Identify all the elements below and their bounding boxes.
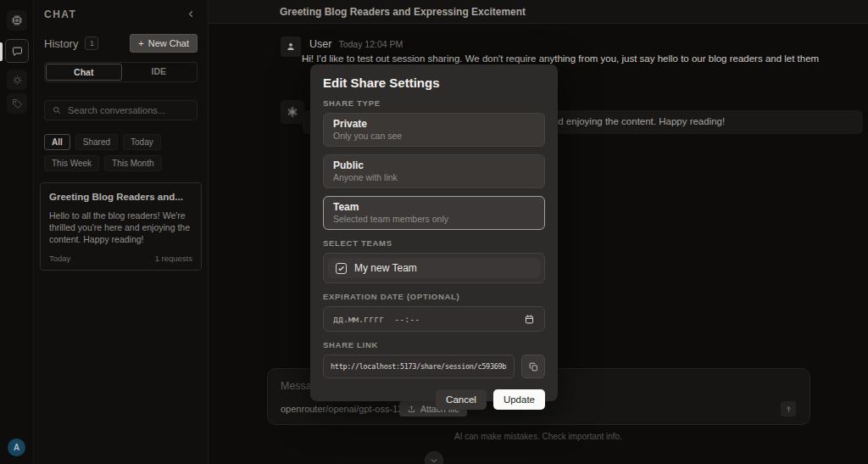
share-link-row (323, 355, 545, 378)
history-count-badge: 1 (85, 36, 98, 50)
nav-settings-button[interactable] (7, 70, 27, 90)
filter-shared[interactable]: Shared (75, 134, 118, 150)
dialog-title: Edit Share Settings (323, 75, 545, 90)
share-type-option-team[interactable]: Team Selected team members only (323, 196, 545, 230)
sender-name: User (309, 38, 331, 50)
new-chat-button[interactable]: + New Chat (130, 34, 198, 53)
update-button[interactable]: Update (493, 389, 545, 410)
share-link-input[interactable] (323, 355, 515, 378)
search-box (44, 100, 198, 120)
page-title: Greeting Blog Readers and Expressing Exc… (280, 6, 526, 18)
gear-icon (11, 74, 24, 87)
select-teams-label: SELECT TEAMS (323, 238, 545, 248)
chevron-left-icon (186, 8, 197, 20)
team-checkbox[interactable] (336, 263, 347, 274)
account-avatar[interactable]: A (8, 439, 25, 456)
app-logo[interactable] (7, 10, 27, 31)
conversation-excerpt: Hello to all the blog readers! We're thr… (49, 210, 192, 246)
tab-chat[interactable]: Chat (46, 64, 122, 81)
tag-icon (11, 98, 24, 110)
message-timestamp: Today 12:04 PM (338, 39, 403, 49)
share-type-option-private[interactable]: Private Only you can see (323, 113, 545, 147)
openai-logo-icon (286, 105, 299, 119)
mode-tabs: Chat IDE (44, 62, 198, 82)
plus-icon: + (138, 38, 143, 48)
new-chat-label: New Chat (148, 38, 189, 48)
expiration-date-input[interactable]: дд.мм.гггг --:-- (323, 306, 545, 332)
filter-today[interactable]: Today (123, 134, 161, 150)
option-desc: Selected team members only (333, 214, 535, 225)
share-link-label: SHARE LINK (323, 340, 545, 349)
dialog-footer: Cancel Update (323, 389, 545, 410)
tab-ide[interactable]: IDE (122, 64, 197, 81)
teams-list: My new Team (323, 253, 545, 283)
app-window: A CHAT History 1 + New Chat Chat IDE All (0, 0, 868, 464)
chat-sidebar: CHAT History 1 + New Chat Chat IDE All S… (34, 0, 209, 464)
option-name: Team (333, 201, 535, 214)
scroll-to-bottom-button[interactable] (425, 451, 443, 464)
user-message-avatar (281, 36, 301, 57)
chevron-down-icon (429, 456, 439, 464)
check-icon (337, 265, 345, 272)
person-icon (285, 41, 297, 53)
nav-tags-button[interactable] (7, 93, 27, 114)
arrow-up-icon (784, 405, 793, 414)
nav-chat-button[interactable] (5, 39, 29, 63)
filter-this-week[interactable]: This Week (44, 155, 99, 171)
user-message-header: User Today 12:04 PM (309, 38, 403, 50)
filter-chips: All Shared Today This Week This Month (44, 134, 198, 171)
date-placeholder: дд.мм.гггг --:-- (333, 315, 420, 324)
filter-this-month[interactable]: This Month (104, 155, 161, 171)
request-count: 1 requests (155, 254, 192, 263)
topbar: Greeting Blog Readers and Expressing Exc… (209, 0, 868, 24)
edit-share-settings-dialog: Edit Share Settings SHARE TYPE Private O… (310, 64, 558, 401)
expiration-date-label: EXPIRATION DATE (OPTIONAL) (323, 292, 545, 301)
share-type-label: SHARE TYPE (323, 98, 545, 108)
nav-rail: A (0, 0, 34, 464)
history-row: History 1 + New Chat (44, 34, 198, 53)
team-name: My new Team (354, 262, 417, 274)
copy-link-button[interactable] (521, 355, 545, 378)
search-input[interactable] (68, 105, 190, 115)
option-desc: Only you can see (333, 131, 535, 142)
ai-disclaimer: AI can make mistakes. Check important in… (209, 432, 868, 441)
cancel-button[interactable]: Cancel (436, 389, 487, 410)
sidebar-title: CHAT (44, 8, 76, 20)
copy-icon (528, 361, 539, 372)
option-name: Public (333, 159, 535, 172)
conversation-card[interactable]: Greeting Blog Readers and... Hello to al… (40, 182, 202, 271)
chip-icon (10, 14, 24, 27)
conversation-meta: Today 1 requests (49, 254, 192, 263)
conversation-title: Greeting Blog Readers and... (49, 192, 192, 202)
collapse-sidebar-button[interactable] (184, 7, 198, 21)
send-button[interactable] (781, 401, 796, 416)
search-icon (52, 105, 62, 115)
option-name: Private (333, 118, 535, 131)
assistant-message-avatar (281, 100, 304, 124)
conversation-date: Today (49, 254, 70, 263)
team-list-item[interactable]: My new Team (328, 258, 540, 278)
option-desc: Anyone with link (333, 172, 535, 183)
filter-all[interactable]: All (44, 134, 70, 150)
history-label: History (44, 37, 78, 50)
active-nav-indicator (0, 42, 3, 61)
share-type-option-public[interactable]: Public Anyone with link (323, 154, 545, 188)
calendar-icon[interactable] (524, 314, 535, 325)
chat-bubble-icon (11, 45, 24, 58)
sidebar-header: CHAT (34, 0, 208, 23)
